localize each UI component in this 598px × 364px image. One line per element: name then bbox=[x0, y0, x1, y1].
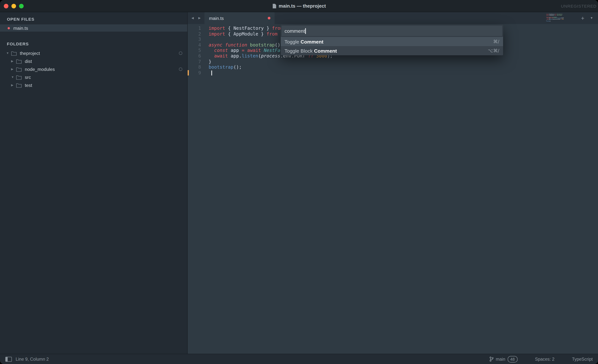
tab-bar: ◀ ▶ main.ts + ▼ bbox=[188, 12, 598, 24]
line-number: 7 bbox=[188, 59, 207, 65]
app-window: main.ts — theproject UNREGISTERED OPEN F… bbox=[0, 0, 598, 364]
editor-body[interactable]: 123456789 import { NestFactory } from '@… bbox=[188, 24, 598, 354]
command-palette-input[interactable]: comment bbox=[281, 25, 503, 36]
chevron-right-icon[interactable]: ▶ bbox=[11, 67, 16, 71]
new-tab-icon[interactable]: + bbox=[581, 15, 584, 21]
tab-overflow-icon[interactable]: ▼ bbox=[590, 16, 593, 20]
tab-actions: + ▼ bbox=[581, 12, 598, 24]
minimap[interactable]: import { NestFactory } from '@nestjs/cor… bbox=[546, 14, 564, 23]
folder-icon bbox=[16, 83, 22, 88]
palette-result[interactable]: Toggle Block Comment⌥⌘/ bbox=[281, 46, 503, 55]
minimap-line bbox=[546, 22, 564, 23]
line-number: 3 bbox=[188, 37, 207, 42]
folder-icon bbox=[16, 75, 22, 80]
palette-result[interactable]: Toggle Comment⌘/ bbox=[281, 37, 503, 46]
palette-results: Toggle Comment⌘/Toggle Block Comment⌥⌘/ bbox=[281, 37, 503, 55]
chevron-down-icon[interactable]: ▼ bbox=[11, 75, 16, 79]
chevron-down-icon[interactable]: ▼ bbox=[6, 51, 11, 55]
code-line[interactable] bbox=[209, 70, 598, 76]
sidebar-toggle-icon[interactable] bbox=[5, 356, 12, 362]
open-file-main-ts[interactable]: main.ts bbox=[0, 24, 187, 32]
gutter: 123456789 bbox=[188, 24, 207, 354]
open-files-header: OPEN FILES bbox=[0, 12, 187, 24]
git-status[interactable]: main 48 bbox=[489, 356, 517, 362]
tree-item-theproject[interactable]: ▼theproject bbox=[0, 49, 187, 57]
status-circle-icon bbox=[179, 67, 182, 71]
git-branch-label: main bbox=[496, 357, 505, 361]
syntax-selector[interactable]: TypeScript bbox=[572, 357, 593, 361]
folder-icon bbox=[11, 51, 17, 56]
folder-tree: ▼theproject▶dist▶node_modules▼src▶test bbox=[0, 49, 187, 89]
registration-label: UNREGISTERED bbox=[561, 0, 597, 12]
line-number: 9 bbox=[188, 70, 207, 76]
tree-item-src[interactable]: ▼src bbox=[0, 73, 187, 81]
titlebar[interactable]: main.ts — theproject UNREGISTERED bbox=[0, 0, 598, 12]
line-number: 8 bbox=[188, 65, 207, 70]
cursor-position-label: Line 9, Column 2 bbox=[16, 357, 49, 361]
line-number: 4 bbox=[188, 42, 207, 48]
tab-modified-dot-icon bbox=[268, 17, 270, 19]
tree-item-test[interactable]: ▶test bbox=[0, 81, 187, 89]
tree-item-dist[interactable]: ▶dist bbox=[0, 57, 187, 65]
code-line[interactable]: bootstrap(); bbox=[209, 65, 598, 70]
git-badge: 48 bbox=[507, 356, 517, 362]
minimap-line: import { AppModule } from './app.module'… bbox=[546, 15, 564, 16]
folder-icon bbox=[16, 67, 22, 72]
sidebar: OPEN FILES main.ts FOLDERS ▼theproject▶d… bbox=[0, 12, 188, 354]
input-caret bbox=[305, 28, 306, 34]
back-icon[interactable]: ◀ bbox=[190, 15, 196, 22]
modified-line-marker bbox=[188, 70, 189, 76]
tree-item-label: src bbox=[25, 75, 31, 80]
tab-label: main.ts bbox=[209, 16, 224, 21]
status-bar: Line 9, Column 2 main 48 Spaces: bbox=[0, 354, 598, 364]
result-text: Toggle Comment bbox=[285, 39, 324, 44]
indent-settings[interactable]: Spaces: 2 bbox=[535, 357, 555, 361]
tree-item-node_modules[interactable]: ▶node_modules bbox=[0, 65, 187, 73]
line-number: 1 bbox=[188, 25, 207, 31]
open-file-label: main.ts bbox=[13, 25, 28, 31]
line-number: 5 bbox=[188, 48, 207, 53]
window-title-text: main.ts — theproject bbox=[279, 3, 326, 8]
line-number: 6 bbox=[188, 53, 207, 59]
tab-history-nav: ◀ ▶ bbox=[188, 12, 204, 24]
folders-header: FOLDERS bbox=[0, 37, 187, 49]
tree-item-label: test bbox=[25, 83, 32, 88]
folder-icon bbox=[16, 59, 22, 64]
shortcut-label: ⌥⌘/ bbox=[488, 48, 499, 53]
command-palette: comment Toggle Comment⌘/Toggle Block Com… bbox=[281, 25, 503, 55]
minimap-line: await app.listen(process.env.PORT ?? 300… bbox=[546, 19, 564, 20]
document-icon bbox=[272, 3, 277, 8]
window-title: main.ts — theproject bbox=[0, 0, 598, 12]
tree-item-label: node_modules bbox=[25, 67, 55, 72]
palette-query-text: comment bbox=[285, 28, 305, 34]
result-text: Toggle Block Comment bbox=[285, 48, 337, 54]
status-circle-icon bbox=[179, 51, 182, 55]
code-line[interactable]: } bbox=[209, 59, 598, 65]
tree-item-label: theproject bbox=[20, 51, 40, 56]
git-branch-icon bbox=[489, 356, 494, 362]
modified-dot-icon bbox=[8, 27, 10, 29]
code-view[interactable]: import { NestFactory } from '@nestjs/cor… bbox=[207, 24, 598, 354]
tab-main-ts[interactable]: main.ts bbox=[204, 12, 274, 24]
text-caret bbox=[211, 71, 212, 75]
forward-icon[interactable]: ▶ bbox=[196, 15, 202, 22]
tree-item-label: dist bbox=[25, 59, 32, 64]
chevron-right-icon[interactable]: ▶ bbox=[11, 59, 16, 63]
line-number: 2 bbox=[188, 31, 207, 37]
editor-area: ◀ ▶ main.ts + ▼ 123456789 bbox=[188, 12, 598, 354]
shortcut-label: ⌘/ bbox=[493, 39, 499, 44]
chevron-right-icon[interactable]: ▶ bbox=[11, 83, 16, 87]
